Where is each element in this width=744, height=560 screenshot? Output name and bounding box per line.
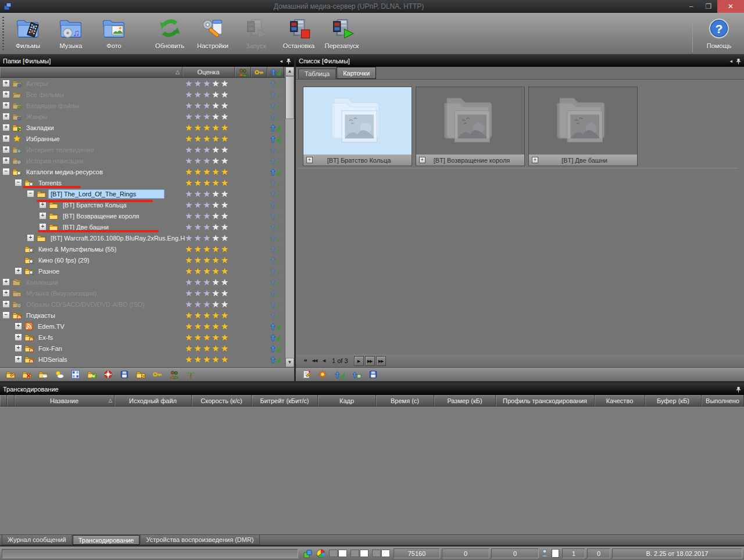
- rating-stars[interactable]: ★★★★★: [185, 332, 230, 343]
- tree-item-label[interactable]: Коллекции: [24, 278, 60, 286]
- rating-stars[interactable]: ★★★★★: [185, 111, 230, 122]
- tree-row[interactable]: +[BT] Две башни★★★★★: [0, 221, 285, 232]
- rating-stars[interactable]: ★★★★★: [185, 166, 230, 177]
- rating-stars[interactable]: ★★★★★: [185, 343, 230, 354]
- expand-box-icon[interactable]: +: [27, 234, 34, 242]
- tree-item-label[interactable]: Все фильмы: [24, 91, 66, 99]
- expand-box-icon[interactable]: +: [2, 80, 10, 87]
- refresh-folder-icon[interactable]: [87, 370, 96, 379]
- tree-item-label[interactable]: Разное: [37, 267, 61, 275]
- key-column-header[interactable]: [251, 67, 267, 77]
- fast-next-button[interactable]: ▶▶: [365, 356, 375, 366]
- tree-row[interactable]: +Коллекции★★★★★: [0, 277, 285, 288]
- toolbar-button-Перезапуск[interactable]: Перезапуск: [320, 15, 363, 49]
- rating-stars[interactable]: ★★★★★: [185, 310, 230, 321]
- toolbar-button-Настройки[interactable]: Настройки: [191, 15, 234, 49]
- expand-box-icon[interactable]: +: [2, 124, 10, 131]
- tree-item-label[interactable]: HDSerials: [37, 356, 69, 364]
- rating-stars[interactable]: ★★★★★: [185, 122, 230, 133]
- rating-stars[interactable]: ★★★★★: [185, 199, 230, 210]
- cloud-folder-icon[interactable]: [38, 370, 48, 379]
- bottom-tab-Устройства воспроизведения (DMR)[interactable]: Устройства воспроизведения (DMR): [140, 535, 259, 545]
- tree-item-label[interactable]: Кино (60 fps) (29): [37, 256, 91, 264]
- expand-box-icon[interactable]: +: [15, 267, 22, 275]
- expand-box-icon[interactable]: +: [2, 157, 10, 164]
- rating-stars[interactable]: ★★★★★: [185, 321, 230, 332]
- tree-row[interactable]: +Актеры★★★★★: [0, 78, 285, 89]
- export-folder-icon[interactable]: [136, 370, 145, 379]
- expand-box-icon[interactable]: +: [2, 113, 10, 120]
- save-icon[interactable]: [120, 370, 129, 379]
- delete-folder-icon[interactable]: [22, 370, 31, 379]
- bottom-tab-Журнал сообщений[interactable]: Журнал сообщений: [2, 535, 72, 545]
- tree-item-label[interactable]: Музыка (Визуализация): [24, 289, 98, 297]
- rating-stars[interactable]: ★★★★★: [185, 299, 230, 310]
- palm-icon[interactable]: [186, 370, 195, 379]
- column-header-empty[interactable]: [0, 395, 7, 406]
- expand-box-icon[interactable]: +: [39, 212, 46, 220]
- expand-box-icon[interactable]: +: [2, 102, 10, 109]
- tree-item-label[interactable]: Ex-fs: [37, 333, 55, 342]
- close-button[interactable]: ✕: [717, 0, 744, 13]
- column-header-Время (с)[interactable]: Время (с): [376, 395, 434, 406]
- rating-stars[interactable]: ★★★★★: [185, 89, 230, 100]
- users-column-header[interactable]: [235, 67, 251, 77]
- rating-stars[interactable]: ★★★★★: [185, 277, 230, 288]
- expand-box-icon[interactable]: +: [15, 333, 22, 341]
- rating-stars[interactable]: ★★★★★: [185, 354, 230, 365]
- edit-folder-icon[interactable]: [6, 370, 15, 379]
- collapse-arrow-icon[interactable]: ◂: [729, 58, 732, 64]
- rating-stars[interactable]: ★★★★★: [185, 210, 230, 221]
- image-upload-icon[interactable]: [352, 370, 362, 379]
- expand-box-icon[interactable]: +: [15, 322, 22, 330]
- bottom-tab-Транскодирование[interactable]: Транскодирование: [73, 535, 140, 545]
- expand-box-icon[interactable]: +: [15, 344, 22, 352]
- pin-icon[interactable]: [286, 58, 291, 64]
- tree-row[interactable]: +Все фильмы★★★★★: [0, 89, 285, 100]
- column-header-Буфер (кБ)[interactable]: Буфер (кБ): [645, 395, 702, 406]
- name-column-header[interactable]: △: [0, 67, 183, 77]
- tree-row[interactable]: +Ex-fs★★★★★: [0, 332, 285, 343]
- toolbar-button-Фото[interactable]: Фото: [92, 15, 135, 49]
- tree-item-label[interactable]: Подкасты: [24, 311, 57, 320]
- tree-row[interactable]: +Закладки★★★★★: [0, 122, 285, 133]
- rating-stars[interactable]: ★★★★★: [185, 78, 230, 89]
- tree-item-label[interactable]: Edem.TV: [36, 322, 66, 331]
- tree-item-label[interactable]: Избранные: [24, 135, 62, 143]
- tree-row[interactable]: −Подкасты★★★★★: [0, 310, 285, 321]
- tree-row[interactable]: +Кино (60 fps) (29)★★★★★: [0, 254, 285, 265]
- tab-Таблица[interactable]: Таблица: [298, 69, 336, 79]
- tree-item-label[interactable]: [BT] Warcraft.2016.1080p.BluRay.2xRus.En…: [49, 234, 187, 242]
- expand-box-icon[interactable]: +: [2, 289, 10, 297]
- tree-item-label[interactable]: Каталоги медиа-ресурсов: [24, 168, 105, 176]
- collapse-arrow-icon[interactable]: ◂: [280, 58, 282, 64]
- tree-item-label[interactable]: Интернет телевидение: [24, 146, 96, 154]
- tree-row[interactable]: +♪Музыка (Визуализация)★★★★★: [0, 288, 285, 299]
- column-header-Исходный файл[interactable]: Исходный файл: [115, 395, 192, 406]
- tree-row[interactable]: −[BT] The_Lord_Of_The_Rings★★★★★: [0, 188, 285, 199]
- rating-stars[interactable]: ★★★★★: [185, 265, 230, 277]
- column-header-Битрейт (кБит/с)[interactable]: Битрейт (кБит/с): [252, 395, 318, 406]
- fast-prev-button[interactable]: ◀◀: [310, 358, 319, 363]
- collapse-box-icon[interactable]: −: [27, 190, 34, 198]
- rating-column-header[interactable]: Оценка: [183, 67, 235, 77]
- tree-row[interactable]: +Входящие файлы★★★★★: [0, 100, 285, 111]
- upload-column-header[interactable]: [267, 67, 284, 77]
- collapse-box-icon[interactable]: −: [2, 168, 10, 175]
- tree-row[interactable]: +[BT] Возвращение короля★★★★★: [0, 210, 285, 221]
- save-icon[interactable]: [369, 370, 378, 379]
- expand-box-icon[interactable]: +: [2, 135, 10, 142]
- first-page-button[interactable]: ⏴⏴: [301, 358, 310, 363]
- scroll-thumb[interactable]: [285, 76, 294, 119]
- media-card[interactable]: +[BT] Две башни: [528, 87, 638, 166]
- rating-stars[interactable]: ★★★★★: [185, 243, 230, 254]
- lifebuoy-icon[interactable]: [103, 370, 113, 379]
- column-header-Профиль транскодирования[interactable]: Профиль транскодирования: [496, 395, 595, 406]
- tree-scrollbar[interactable]: ▲ ▼: [285, 67, 294, 367]
- tree-row[interactable]: −Каталоги медиа-ресурсов★★★★★: [0, 166, 285, 177]
- card-expand-icon[interactable]: +: [419, 157, 425, 163]
- tree-row[interactable]: +Edem.TV★★★★★: [0, 321, 285, 332]
- toolbar-button-Фильмы[interactable]: Фильмы: [6, 15, 49, 49]
- rating-stars[interactable]: ★★★★★: [185, 221, 230, 232]
- tree-row[interactable]: +Кино & Мультфильмы (55)★★★★★: [0, 243, 285, 254]
